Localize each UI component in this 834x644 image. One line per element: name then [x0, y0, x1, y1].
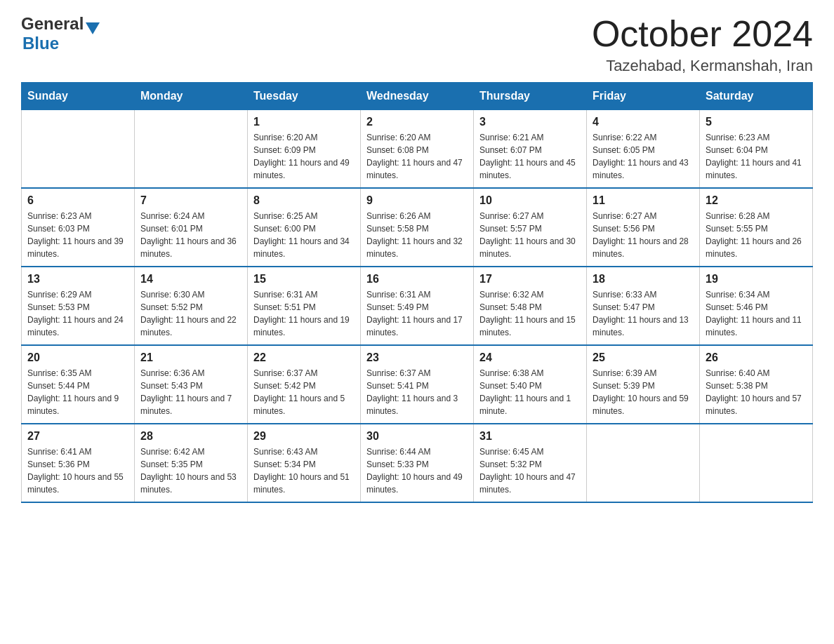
day-number: 5	[706, 116, 807, 128]
day-info: Sunrise: 6:42 AMSunset: 5:35 PMDaylight:…	[140, 445, 241, 496]
logo: General Blue	[21, 14, 100, 53]
day-number: 22	[253, 351, 355, 364]
day-number: 21	[140, 351, 241, 364]
day-number: 10	[479, 194, 581, 207]
calendar-cell: 26Sunrise: 6:40 AMSunset: 5:38 PMDayligh…	[700, 345, 813, 424]
day-number: 19	[706, 273, 807, 286]
header-sunday: Sunday	[22, 83, 135, 110]
header-saturday: Saturday	[700, 83, 813, 110]
calendar-cell: 14Sunrise: 6:30 AMSunset: 5:52 PMDayligh…	[135, 267, 248, 345]
calendar-cell: 8Sunrise: 6:25 AMSunset: 6:00 PMDaylight…	[248, 188, 361, 267]
calendar-cell: 17Sunrise: 6:32 AMSunset: 5:48 PMDayligh…	[474, 267, 587, 345]
day-info: Sunrise: 6:24 AMSunset: 6:01 PMDaylight:…	[140, 210, 241, 260]
day-number: 25	[593, 351, 694, 364]
day-number: 18	[593, 273, 694, 286]
logo-arrow-icon	[86, 22, 100, 34]
day-number: 14	[140, 273, 241, 286]
day-info: Sunrise: 6:33 AMSunset: 5:47 PMDaylight:…	[593, 288, 694, 339]
day-info: Sunrise: 6:41 AMSunset: 5:36 PMDaylight:…	[27, 445, 128, 496]
day-number: 31	[479, 430, 581, 443]
calendar-cell: 5Sunrise: 6:23 AMSunset: 6:04 PMDaylight…	[700, 110, 813, 189]
calendar-cell: 30Sunrise: 6:44 AMSunset: 5:33 PMDayligh…	[361, 424, 474, 502]
calendar-cell: 7Sunrise: 6:24 AMSunset: 6:01 PMDaylight…	[135, 188, 248, 267]
day-info: Sunrise: 6:43 AMSunset: 5:34 PMDaylight:…	[253, 445, 355, 496]
day-info: Sunrise: 6:38 AMSunset: 5:40 PMDaylight:…	[479, 367, 581, 417]
day-info: Sunrise: 6:29 AMSunset: 5:53 PMDaylight:…	[27, 288, 128, 339]
calendar-cell: 1Sunrise: 6:20 AMSunset: 6:09 PMDaylight…	[248, 110, 361, 189]
location-title: Tazehabad, Kermanshah, Iran	[592, 57, 813, 75]
day-info: Sunrise: 6:27 AMSunset: 5:56 PMDaylight:…	[593, 210, 694, 260]
day-number: 2	[366, 116, 468, 128]
calendar-cell: 24Sunrise: 6:38 AMSunset: 5:40 PMDayligh…	[474, 345, 587, 424]
day-info: Sunrise: 6:28 AMSunset: 5:55 PMDaylight:…	[706, 210, 807, 260]
day-number: 17	[479, 273, 581, 286]
calendar-cell: 2Sunrise: 6:20 AMSunset: 6:08 PMDaylight…	[361, 110, 474, 189]
calendar-cell: 28Sunrise: 6:42 AMSunset: 5:35 PMDayligh…	[135, 424, 248, 502]
page-header: General Blue October 2024 Tazehabad, Ker…	[21, 14, 813, 75]
title-section: October 2024 Tazehabad, Kermanshah, Iran	[592, 14, 813, 75]
day-info: Sunrise: 6:31 AMSunset: 5:49 PMDaylight:…	[366, 288, 468, 339]
header-thursday: Thursday	[474, 83, 587, 110]
header-monday: Monday	[135, 83, 248, 110]
calendar-cell: 12Sunrise: 6:28 AMSunset: 5:55 PMDayligh…	[700, 188, 813, 267]
calendar-cell: 4Sunrise: 6:22 AMSunset: 6:05 PMDaylight…	[587, 110, 700, 189]
day-number: 9	[366, 194, 468, 207]
day-info: Sunrise: 6:37 AMSunset: 5:42 PMDaylight:…	[253, 367, 355, 417]
calendar-cell	[587, 424, 700, 502]
calendar-cell: 31Sunrise: 6:45 AMSunset: 5:32 PMDayligh…	[474, 424, 587, 502]
header-friday: Friday	[587, 83, 700, 110]
calendar-cell: 29Sunrise: 6:43 AMSunset: 5:34 PMDayligh…	[248, 424, 361, 502]
calendar-cell: 13Sunrise: 6:29 AMSunset: 5:53 PMDayligh…	[22, 267, 135, 345]
calendar-cell: 6Sunrise: 6:23 AMSunset: 6:03 PMDaylight…	[22, 188, 135, 267]
day-info: Sunrise: 6:35 AMSunset: 5:44 PMDaylight:…	[27, 367, 128, 417]
day-info: Sunrise: 6:39 AMSunset: 5:39 PMDaylight:…	[593, 367, 694, 417]
day-info: Sunrise: 6:36 AMSunset: 5:43 PMDaylight:…	[140, 367, 241, 417]
day-number: 3	[479, 116, 581, 128]
calendar-cell: 16Sunrise: 6:31 AMSunset: 5:49 PMDayligh…	[361, 267, 474, 345]
day-info: Sunrise: 6:20 AMSunset: 6:09 PMDaylight:…	[253, 131, 355, 182]
week-row-4: 20Sunrise: 6:35 AMSunset: 5:44 PMDayligh…	[22, 345, 813, 424]
day-number: 4	[593, 116, 694, 128]
calendar-cell	[700, 424, 813, 502]
day-number: 15	[253, 273, 355, 286]
day-number: 1	[253, 116, 355, 128]
day-info: Sunrise: 6:23 AMSunset: 6:03 PMDaylight:…	[27, 210, 128, 260]
calendar-cell: 25Sunrise: 6:39 AMSunset: 5:39 PMDayligh…	[587, 345, 700, 424]
calendar-table: SundayMondayTuesdayWednesdayThursdayFrid…	[21, 82, 813, 503]
week-row-5: 27Sunrise: 6:41 AMSunset: 5:36 PMDayligh…	[22, 424, 813, 502]
day-info: Sunrise: 6:26 AMSunset: 5:58 PMDaylight:…	[366, 210, 468, 260]
day-number: 8	[253, 194, 355, 207]
calendar-cell	[135, 110, 248, 189]
day-number: 23	[366, 351, 468, 364]
day-info: Sunrise: 6:31 AMSunset: 5:51 PMDaylight:…	[253, 288, 355, 339]
calendar-cell: 15Sunrise: 6:31 AMSunset: 5:51 PMDayligh…	[248, 267, 361, 345]
logo-blue-text: Blue	[22, 34, 59, 53]
day-info: Sunrise: 6:22 AMSunset: 6:05 PMDaylight:…	[593, 131, 694, 182]
day-info: Sunrise: 6:45 AMSunset: 5:32 PMDaylight:…	[479, 445, 581, 496]
month-year-title: October 2024	[592, 14, 813, 54]
calendar-cell: 20Sunrise: 6:35 AMSunset: 5:44 PMDayligh…	[22, 345, 135, 424]
day-info: Sunrise: 6:30 AMSunset: 5:52 PMDaylight:…	[140, 288, 241, 339]
week-row-2: 6Sunrise: 6:23 AMSunset: 6:03 PMDaylight…	[22, 188, 813, 267]
day-info: Sunrise: 6:27 AMSunset: 5:57 PMDaylight:…	[479, 210, 581, 260]
day-number: 27	[27, 430, 128, 443]
day-number: 16	[366, 273, 468, 286]
calendar-cell: 21Sunrise: 6:36 AMSunset: 5:43 PMDayligh…	[135, 345, 248, 424]
week-row-1: 1Sunrise: 6:20 AMSunset: 6:09 PMDaylight…	[22, 110, 813, 189]
day-info: Sunrise: 6:40 AMSunset: 5:38 PMDaylight:…	[706, 367, 807, 417]
week-row-3: 13Sunrise: 6:29 AMSunset: 5:53 PMDayligh…	[22, 267, 813, 345]
day-number: 13	[27, 273, 128, 286]
day-info: Sunrise: 6:25 AMSunset: 6:00 PMDaylight:…	[253, 210, 355, 260]
calendar-cell: 11Sunrise: 6:27 AMSunset: 5:56 PMDayligh…	[587, 188, 700, 267]
day-number: 6	[27, 194, 128, 207]
day-number: 30	[366, 430, 468, 443]
calendar-cell: 18Sunrise: 6:33 AMSunset: 5:47 PMDayligh…	[587, 267, 700, 345]
calendar-header-row: SundayMondayTuesdayWednesdayThursdayFrid…	[22, 83, 813, 110]
day-number: 7	[140, 194, 241, 207]
day-info: Sunrise: 6:44 AMSunset: 5:33 PMDaylight:…	[366, 445, 468, 496]
header-wednesday: Wednesday	[361, 83, 474, 110]
day-info: Sunrise: 6:32 AMSunset: 5:48 PMDaylight:…	[479, 288, 581, 339]
calendar-cell: 19Sunrise: 6:34 AMSunset: 5:46 PMDayligh…	[700, 267, 813, 345]
header-tuesday: Tuesday	[248, 83, 361, 110]
day-info: Sunrise: 6:20 AMSunset: 6:08 PMDaylight:…	[366, 131, 468, 182]
